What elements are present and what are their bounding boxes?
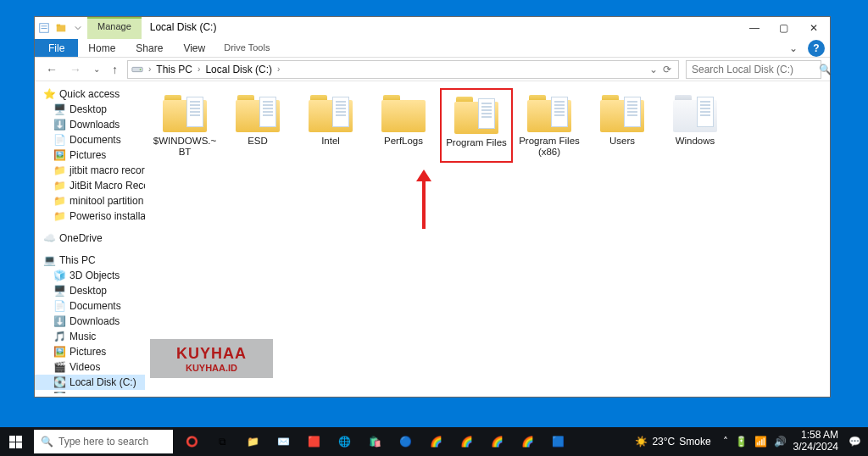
search-placeholder: Type here to search xyxy=(58,436,148,448)
tab-drive-tools[interactable]: Drive Tools xyxy=(215,39,278,57)
weather-widget[interactable]: ☀️ 23°C Smoke xyxy=(630,436,715,448)
tab-view[interactable]: View xyxy=(173,39,215,57)
nav-folder-jitbit1[interactable]: 📁jitbit macro recorde xyxy=(35,163,145,178)
downloads-icon: ⬇️ xyxy=(53,315,65,327)
chrome-icon[interactable]: 🌈 xyxy=(451,427,481,456)
app-icon[interactable]: 🟦 xyxy=(542,427,573,456)
task-view-icon[interactable]: ⧉ xyxy=(207,427,237,456)
desktop-icon: 🖥️ xyxy=(53,285,65,297)
nav-downloads[interactable]: ⬇️Downloads xyxy=(35,117,145,132)
tab-share[interactable]: Share xyxy=(125,39,173,57)
date: 3/24/2024 xyxy=(793,442,838,453)
search-icon: 🔍 xyxy=(819,64,832,75)
folder-item[interactable]: ESD xyxy=(221,88,294,163)
tab-home[interactable]: Home xyxy=(78,39,125,57)
file-explorer-icon[interactable]: 📁 xyxy=(237,427,268,456)
minimize-button[interactable]: — xyxy=(740,17,769,39)
nav-music[interactable]: 🎵Music xyxy=(35,329,145,344)
nav-folder-poweriso[interactable]: 📁Poweriso installatio xyxy=(35,209,145,224)
properties-icon[interactable] xyxy=(38,22,50,34)
folder-item-highlighted[interactable]: Program Files xyxy=(440,88,513,163)
folder-icon xyxy=(234,93,281,132)
folder-icon xyxy=(380,93,427,132)
address-bar[interactable]: › This PC › Local Disk (C:) › ⌄ ⟳ xyxy=(127,60,679,79)
nav-documents[interactable]: 📄Documents xyxy=(35,132,145,147)
edge-icon[interactable]: 🌐 xyxy=(329,427,359,456)
battery-icon[interactable]: 🔋 xyxy=(735,436,748,448)
nav-pictures-2[interactable]: 🖼️Pictures xyxy=(35,344,145,359)
svg-rect-1 xyxy=(42,25,47,26)
nav-folder-minitool[interactable]: 📁minitool partition w xyxy=(35,193,145,209)
wifi-icon[interactable]: 📶 xyxy=(754,436,767,448)
app-icon[interactable]: 🟥 xyxy=(298,427,329,456)
mail-icon[interactable]: ✉️ xyxy=(268,427,298,456)
taskbar: 🔍 Type here to search ⭕ ⧉ 📁 ✉️ 🟥 🌐 🛍️ 🔵 … xyxy=(0,427,868,456)
tab-file[interactable]: File xyxy=(35,39,78,57)
chrome-icon[interactable]: 🌈 xyxy=(481,427,512,456)
new-folder-icon[interactable] xyxy=(55,22,67,34)
search-input[interactable] xyxy=(692,64,819,75)
content-pane[interactable]: $WINDOWS.~BT ESD Intel PerfLogs Program … xyxy=(145,81,830,393)
svg-point-6 xyxy=(140,69,142,70)
start-button[interactable] xyxy=(0,427,31,456)
dropdown-icon[interactable] xyxy=(72,22,84,34)
folder-label: PerfLogs xyxy=(384,136,423,147)
folder-icon: 📁 xyxy=(53,195,65,207)
nav-pictures[interactable]: 🖼️Pictures xyxy=(35,147,145,163)
taskbar-search[interactable]: 🔍 Type here to search xyxy=(34,430,173,453)
search-box[interactable]: 🔍 xyxy=(686,60,821,79)
window-title: Local Disk (C:) xyxy=(142,17,740,39)
volume-icon[interactable]: 🔊 xyxy=(774,436,787,448)
notifications-icon[interactable]: 💬 xyxy=(849,436,861,448)
help-button[interactable]: ? xyxy=(808,40,825,57)
store-icon[interactable]: 🛍️ xyxy=(359,427,390,456)
svg-rect-2 xyxy=(42,28,47,29)
cortana-icon[interactable]: ⭕ xyxy=(176,427,207,456)
tray-chevron-icon[interactable]: ˄ xyxy=(723,436,728,448)
drive-icon: 💽 xyxy=(53,392,65,393)
chevron-right-icon[interactable]: › xyxy=(275,64,281,74)
maximize-button[interactable]: ▢ xyxy=(769,17,798,39)
folder-label: ESD xyxy=(248,136,268,147)
downloads-icon: ⬇️ xyxy=(53,119,65,131)
chrome-icon[interactable]: 🌈 xyxy=(420,427,451,456)
chrome-icon[interactable]: 🌈 xyxy=(512,427,542,456)
nav-quick-access[interactable]: ⭐Quick access xyxy=(35,86,145,102)
close-button[interactable]: ✕ xyxy=(798,17,830,39)
folder-item[interactable]: Program Files (x86) xyxy=(513,88,586,163)
app-icon[interactable]: 🔵 xyxy=(390,427,420,456)
folder-item[interactable]: Windows xyxy=(659,88,732,163)
breadcrumb-drive[interactable]: Local Disk (C:) xyxy=(205,64,272,75)
nav-downloads-2[interactable]: ⬇️Downloads xyxy=(35,314,145,329)
folder-item[interactable]: Users xyxy=(586,88,659,163)
annotation-arrow xyxy=(419,170,429,229)
clock[interactable]: 1:58 AM 3/24/2024 xyxy=(793,430,842,453)
nav-local-disk-c[interactable]: 💽Local Disk (C:) xyxy=(35,375,145,390)
ribbon-collapse-icon[interactable]: ⌄ xyxy=(784,39,803,57)
pc-icon: 💻 xyxy=(43,254,55,266)
dropdown-icon[interactable]: ⌄ xyxy=(649,64,658,75)
manage-contextual-tab[interactable]: Manage xyxy=(87,17,142,39)
nav-desktop-2[interactable]: 🖥️Desktop xyxy=(35,283,145,298)
nav-up-button[interactable]: ↑ xyxy=(109,63,120,76)
nav-back-button[interactable]: ← xyxy=(43,63,60,76)
nav-onedrive[interactable]: ☁️OneDrive xyxy=(35,231,145,246)
chevron-right-icon[interactable]: › xyxy=(147,64,153,74)
folder-item[interactable]: PerfLogs xyxy=(367,88,440,163)
nav-folder-jitbit2[interactable]: 📁JitBit Macro Record xyxy=(35,178,145,193)
nav-3d-objects[interactable]: 🧊3D Objects xyxy=(35,268,145,283)
folder-item[interactable]: $WINDOWS.~BT xyxy=(148,88,221,163)
nav-recent-dropdown[interactable]: ⌄ xyxy=(91,64,103,74)
nav-local-disk-d[interactable]: 💽Local Disk (D:) xyxy=(35,390,145,393)
navigation-pane[interactable]: ⭐Quick access 🖥️Desktop ⬇️Downloads 📄Doc… xyxy=(35,81,145,393)
nav-this-pc[interactable]: 💻This PC xyxy=(35,253,145,268)
nav-videos[interactable]: 🎬Videos xyxy=(35,359,145,375)
nav-desktop[interactable]: 🖥️Desktop xyxy=(35,102,145,117)
nav-forward-button[interactable]: → xyxy=(67,63,84,76)
breadcrumb-this-pc[interactable]: This PC xyxy=(156,64,192,75)
drive-icon xyxy=(131,64,143,75)
chevron-right-icon[interactable]: › xyxy=(196,64,202,74)
folder-item[interactable]: Intel xyxy=(294,88,367,163)
nav-documents-2[interactable]: 📄Documents xyxy=(35,298,145,314)
refresh-icon[interactable]: ⟳ xyxy=(659,64,675,75)
